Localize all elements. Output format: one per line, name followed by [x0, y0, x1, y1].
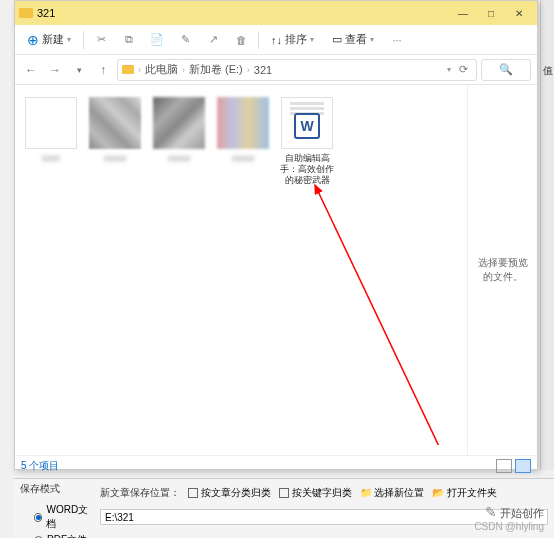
file-label: 自助编辑高手：高效创作的秘密武器 — [279, 153, 335, 185]
start-create-button[interactable]: 开始创作 — [500, 507, 544, 519]
preview-pane: 选择要预览的文件。 — [467, 85, 537, 455]
plus-icon: ⊕ — [27, 32, 39, 48]
file-label: xxxxx — [215, 153, 271, 164]
chevron-down-icon: ▾ — [67, 35, 71, 44]
file-grid[interactable]: xxxx xxxxx xxxxx xxxxx W 自助编辑高手：高效创作的秘密武… — [15, 85, 467, 455]
back-button[interactable]: ← — [21, 60, 41, 80]
address-bar-row: ← → ▾ ↑ › 此电脑 › 新加卷 (E:) › 321 ▾ ⟳ 🔍 — [15, 55, 537, 85]
rename-button[interactable]: ✎ — [174, 29, 196, 51]
svg-line-0 — [315, 185, 455, 445]
share-button[interactable]: ↗ — [202, 29, 224, 51]
save-location-label: 新文章保存位置： — [100, 486, 180, 500]
file-label: xxxxx — [151, 153, 207, 164]
up-button[interactable]: ↑ — [93, 60, 113, 80]
preview-placeholder: 选择要预览的文件。 — [474, 256, 531, 284]
cut-button[interactable]: ✂ — [90, 29, 112, 51]
close-button[interactable]: ✕ — [505, 4, 533, 22]
open-folder-button[interactable]: 📂 打开文件夹 — [432, 486, 497, 500]
pen-icon: ✎ — [485, 504, 497, 520]
sort-button[interactable]: ↑↓ 排序 ▾ — [265, 30, 320, 49]
thumbnails-view-button[interactable] — [515, 459, 531, 473]
toolbar: ⊕ 新建 ▾ ✂ ⧉ 📄 ✎ ↗ 🗑 ↑↓ 排序 ▾ ▭ 查看 ▾ ··· — [15, 25, 537, 55]
chevron-down-icon[interactable]: ▾ — [447, 65, 451, 74]
copy-button[interactable]: ⧉ — [118, 29, 140, 51]
view-icon: ▭ — [332, 33, 342, 46]
save-mode-label: 保存模式 — [14, 479, 94, 499]
chevron-down-icon: ▾ — [370, 35, 374, 44]
view-button[interactable]: ▭ 查看 ▾ — [326, 30, 380, 49]
chevron-down-icon[interactable]: ▾ — [69, 60, 89, 80]
file-item[interactable]: xxxx — [21, 97, 81, 187]
file-label: xxxxx — [87, 153, 143, 164]
minimize-button[interactable]: — — [449, 4, 477, 22]
word-letter-icon: W — [294, 113, 320, 139]
refresh-button[interactable]: ⟳ — [455, 63, 472, 76]
word-doc-icon: W — [281, 97, 333, 149]
folder-icon — [122, 65, 134, 74]
status-bar: 5 个项目 — [15, 455, 537, 475]
titlebar[interactable]: 321 — □ ✕ — [15, 1, 537, 25]
settings-panel: 保存模式 WORD文档 PDF文件 TXT文本 新文章保存位置： 按文章分类归类… — [14, 478, 554, 538]
chevron-down-icon: ▾ — [310, 35, 314, 44]
address-bar[interactable]: › 此电脑 › 新加卷 (E:) › 321 ▾ ⟳ — [117, 59, 477, 81]
watermark: CSDN @hlyling — [474, 521, 544, 532]
breadcrumb-seg[interactable]: 新加卷 (E:) — [189, 62, 243, 77]
radio-pdf[interactable]: PDF文件 — [34, 533, 94, 538]
file-label: xxxx — [23, 153, 79, 164]
file-item[interactable]: xxxxx — [85, 97, 145, 187]
sort-icon: ↑↓ — [271, 34, 282, 46]
item-count: 5 个项目 — [21, 459, 59, 473]
breadcrumb-seg[interactable]: 此电脑 — [145, 62, 178, 77]
more-button[interactable]: ··· — [386, 29, 408, 51]
thumbnail — [217, 97, 269, 149]
search-icon: 🔍 — [499, 63, 513, 76]
chk-category[interactable]: 按文章分类归类 — [188, 486, 271, 500]
paste-button[interactable]: 📄 — [146, 29, 168, 51]
chk-keyword[interactable]: 按关键字归类 — [279, 486, 352, 500]
thumbnail — [25, 97, 77, 149]
file-item[interactable]: xxxxx — [149, 97, 209, 187]
delete-button[interactable]: 🗑 — [230, 29, 252, 51]
file-item-word[interactable]: W 自助编辑高手：高效创作的秘密武器 — [277, 97, 337, 187]
thumbnail — [153, 97, 205, 149]
select-location-button[interactable]: 📁 选择新位置 — [360, 486, 425, 500]
search-input[interactable]: 🔍 — [481, 59, 531, 81]
maximize-button[interactable]: □ — [477, 4, 505, 22]
folder-icon — [19, 8, 33, 18]
file-item[interactable]: xxxxx — [213, 97, 273, 187]
file-explorer-window: 321 — □ ✕ ⊕ 新建 ▾ ✂ ⧉ 📄 ✎ ↗ 🗑 ↑↓ 排序 ▾ ▭ 查… — [14, 0, 538, 470]
window-title: 321 — [37, 7, 55, 19]
breadcrumb-seg[interactable]: 321 — [254, 64, 272, 76]
forward-button[interactable]: → — [45, 60, 65, 80]
radio-word[interactable]: WORD文档 — [34, 503, 94, 531]
new-button[interactable]: ⊕ 新建 ▾ — [21, 30, 77, 50]
thumbnail — [89, 97, 141, 149]
side-column-header: 值 — [543, 64, 553, 78]
details-view-button[interactable] — [496, 459, 512, 473]
